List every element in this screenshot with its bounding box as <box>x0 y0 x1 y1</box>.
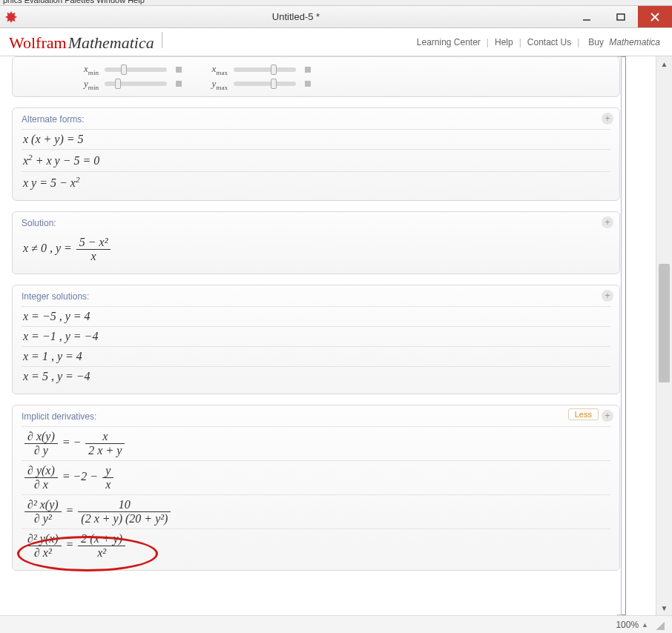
logo-mathematica: Mathematica <box>68 33 154 53</box>
wolfram-logo: Wolfram Mathematica <box>9 32 162 53</box>
int-sol-2: x = −1 , y = −4 <box>22 326 610 346</box>
scrollbar-thumb[interactable] <box>659 264 670 382</box>
plot-range-panel: xmin xmax ymin ymax <box>12 56 620 97</box>
int-sol-1: x = −5 , y = 4 <box>22 306 610 326</box>
maximize-button[interactable] <box>604 6 638 27</box>
link-help[interactable]: Help <box>492 37 516 47</box>
link-contact-us[interactable]: Contact Us <box>524 37 574 47</box>
alt-form-2: x2 + x y − 5 = 0 <box>22 149 610 170</box>
svg-marker-0 <box>5 11 17 23</box>
panel-title: Alternate forms: <box>22 114 610 125</box>
status-bar: 100% ▲ <box>0 615 672 633</box>
alternate-forms-panel: + Alternate forms: x (x + y) = 5 x2 + x … <box>12 107 620 201</box>
expand-icon[interactable]: + <box>602 216 613 228</box>
alt-form-1: x (x + y) = 5 <box>22 129 610 149</box>
slider-stop-icon[interactable] <box>176 67 182 73</box>
link-buy-mathematica[interactable]: Buy Mathematica <box>582 37 663 47</box>
integer-solutions-panel: + Integer solutions: x = −5 , y = 4 x = … <box>12 285 620 394</box>
slider-ymin[interactable] <box>105 82 167 86</box>
vertical-scrollbar[interactable]: ▲ ▼ <box>656 56 672 615</box>
expand-icon[interactable]: + <box>602 113 613 125</box>
deriv-row-2: ∂ y(x)∂ x = −2 − yx <box>22 460 610 494</box>
slider-stop-icon[interactable] <box>305 81 311 87</box>
notebook-content: xmin xmax ymin ymax + Alternate forms <box>0 56 656 615</box>
label-ymax: ymax <box>195 78 234 91</box>
zoom-menu-icon[interactable]: ▲ <box>642 621 648 629</box>
logo-wolfram: Wolfram <box>9 33 67 53</box>
slider-row-x: xmin xmax <box>22 63 610 76</box>
panel-title: Integer solutions: <box>22 291 610 302</box>
slider-stop-icon[interactable] <box>305 67 311 73</box>
solution-panel: + Solution: x ≠ 0 , y = 5 − x² x <box>12 211 620 274</box>
slider-xmin[interactable] <box>105 67 167 72</box>
int-sol-4: x = 5 , y = −4 <box>22 366 610 386</box>
slider-ymax[interactable] <box>234 82 296 86</box>
header-links: Learning Center | Help | Contact Us | Bu… <box>414 37 663 47</box>
title-bar: Untitled-5 * <box>0 6 672 28</box>
app-icon <box>4 10 18 24</box>
brand-bar: Wolfram Mathematica Learning Center | He… <box>0 28 672 56</box>
expand-icon[interactable]: + <box>602 410 613 422</box>
int-sol-3: x = 1 , y = 4 <box>22 346 610 366</box>
less-button[interactable]: Less <box>568 408 599 420</box>
expand-icon[interactable]: + <box>602 290 613 302</box>
label-xmax: xmax <box>195 63 234 76</box>
deriv-row-3: ∂² x(y)∂ y² = 10(2 x + y) (20 + y²) <box>22 494 610 528</box>
resize-grip-icon[interactable] <box>654 620 665 630</box>
scroll-up-icon[interactable]: ▲ <box>656 56 672 71</box>
notebook-area: xmin xmax ymin ymax + Alternate forms <box>0 56 672 615</box>
slider-row-y: ymin ymax <box>22 78 610 91</box>
zoom-level[interactable]: 100% <box>616 620 639 630</box>
menu-bar-fragment: phics Evaluation Palettes Window Help <box>0 0 672 6</box>
scroll-down-icon[interactable]: ▼ <box>656 600 672 615</box>
cell-bracket-outer[interactable] <box>622 56 626 615</box>
solution-expr: x ≠ 0 , y = 5 − x² x <box>22 233 610 266</box>
deriv-row-4: ∂² y(x)∂ x² = 2 (x + y)x² <box>22 528 610 563</box>
svg-rect-2 <box>617 14 625 20</box>
slider-xmax[interactable] <box>234 67 296 72</box>
implicit-derivatives-panel: + Less Implicit derivatives: ∂ x(y)∂ y =… <box>12 405 620 571</box>
window-buttons <box>570 6 672 27</box>
label-ymin: ymin <box>66 78 105 91</box>
deriv-row-1: ∂ x(y)∂ y = − x2 x + y <box>22 426 610 460</box>
window-title: Untitled-5 * <box>22 6 570 27</box>
link-learning-center[interactable]: Learning Center <box>414 37 484 47</box>
close-button[interactable] <box>638 6 672 27</box>
panel-title: Solution: <box>22 218 610 228</box>
panel-title: Implicit derivatives: <box>22 411 610 422</box>
slider-stop-icon[interactable] <box>176 81 182 87</box>
minimize-button[interactable] <box>570 6 604 27</box>
label-xmin: xmin <box>66 63 105 76</box>
alt-form-3: x y = 5 − x2 <box>22 171 610 193</box>
